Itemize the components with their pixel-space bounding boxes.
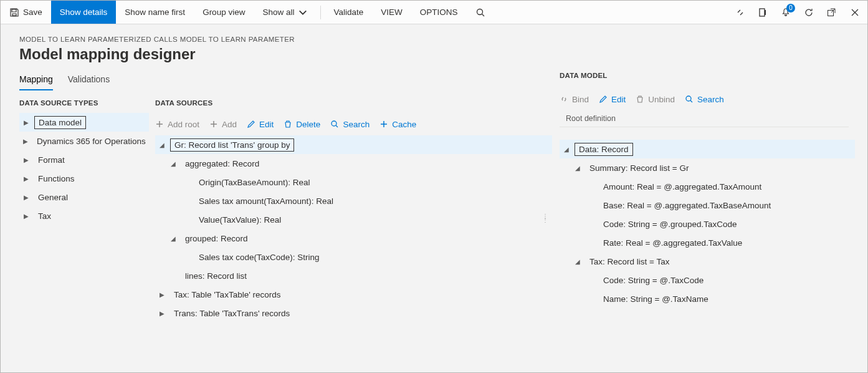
ds-salestax-amount[interactable]: Sales tax amount(TaxAmount): Real — [155, 191, 552, 210]
btn-label: Unbind — [648, 95, 675, 104]
show-all-dropdown[interactable]: Show all — [254, 1, 317, 24]
list-item-label: Format — [34, 154, 69, 166]
dm-base[interactable]: Base: Real = @.aggregated.TaxBaseAmount — [560, 196, 855, 215]
popout-icon — [826, 7, 836, 17]
view-menu[interactable]: VIEW — [372, 1, 411, 24]
data-sources-pane: DATA SOURCES Add root Add Edit Delete — [149, 90, 552, 372]
ds-aggregated[interactable]: ◢aggregated: Record — [155, 154, 552, 173]
search-button[interactable] — [467, 1, 494, 24]
svg-point-0 — [477, 9, 482, 14]
dm-edit-button[interactable]: Edit — [599, 95, 626, 104]
show-name-first-label: Show name first — [125, 7, 185, 17]
dm-tax[interactable]: ◢Tax: Record list = Tax — [560, 252, 855, 271]
add-root-button[interactable]: Add root — [155, 120, 199, 129]
data-model-pane: DATA MODEL Bind Edit Unbind Search — [552, 90, 867, 372]
add-button[interactable]: Add — [209, 120, 237, 129]
save-button[interactable]: Save — [1, 1, 51, 24]
tree-label: Tax: Table 'TaxTable' records — [170, 289, 285, 301]
dm-rate[interactable]: Rate: Real = @.aggregated.TaxValue — [560, 233, 855, 252]
dm-code[interactable]: Code: String = @.grouped.TaxCode — [560, 215, 855, 233]
chevron-down-icon: ◢ — [563, 146, 570, 153]
show-details-button[interactable]: Show details — [51, 1, 117, 24]
close-icon-button[interactable] — [842, 1, 867, 24]
show-name-first-button[interactable]: Show name first — [116, 1, 194, 24]
tree-label: Origin(TaxBaseAmount): Real — [195, 177, 314, 188]
data-model-tree: ◢Data: Record ◢Summary: Record list = Gr… — [560, 140, 855, 308]
close-icon — [850, 7, 860, 17]
pencil-icon — [599, 95, 608, 104]
dst-format[interactable]: ▶Format — [19, 150, 149, 169]
dst-functions[interactable]: ▶Functions — [19, 169, 149, 188]
trash-icon — [284, 120, 292, 128]
svg-line-6 — [336, 125, 338, 127]
data-sources-tree: ◢Gr: Record list 'Trans' group by ◢aggre… — [149, 135, 552, 322]
office-icon-button[interactable] — [751, 1, 774, 24]
list-item-label: Tax — [34, 210, 55, 222]
dm-summary[interactable]: ◢Summary: Record list = Gr — [560, 158, 855, 177]
header-zone: MODEL TO LEARN PARAMETERIZED CALLS MODEL… — [1, 24, 867, 90]
save-icon — [9, 7, 19, 17]
search-icon — [330, 120, 339, 128]
data-sources-header: DATA SOURCES — [149, 99, 552, 107]
dst-d365fo[interactable]: ▶Dynamics 365 for Operations — [19, 132, 149, 150]
chevron-right-icon: ▶ — [23, 119, 29, 126]
validate-button[interactable]: Validate — [325, 1, 372, 24]
cache-button[interactable]: Cache — [379, 120, 416, 129]
refresh-icon — [804, 7, 814, 17]
ds-salestax-code[interactable]: Sales tax code(TaxCode): String — [155, 248, 552, 266]
page-title: Model mapping designer — [19, 46, 849, 63]
svg-point-7 — [686, 96, 691, 101]
chevron-right-icon: ▶ — [159, 310, 165, 317]
btn-label: Cache — [392, 120, 416, 129]
dst-general[interactable]: ▶General — [19, 188, 149, 206]
group-view-button[interactable]: Group view — [194, 1, 254, 24]
tree-label: lines: Record list — [181, 270, 250, 282]
dst-tax[interactable]: ▶Tax — [19, 206, 149, 225]
drag-handle-icon[interactable]: ⋮⋮ — [542, 215, 548, 221]
ds-origin[interactable]: Origin(TaxBaseAmount): Real — [155, 173, 552, 191]
tab-validations[interactable]: Validations — [68, 70, 110, 90]
divider — [320, 6, 321, 19]
options-menu[interactable]: OPTIONS — [411, 1, 467, 24]
dm-tax-name[interactable]: Name: String = @.TaxName — [560, 289, 855, 308]
tree-label: Sales tax amount(TaxAmount): Real — [195, 195, 337, 207]
show-details-label: Show details — [60, 7, 108, 17]
btn-label: Bind — [572, 95, 589, 104]
view-label: VIEW — [381, 7, 403, 17]
ds-lines[interactable]: lines: Record list — [155, 266, 552, 285]
tab-mapping[interactable]: Mapping — [19, 70, 53, 90]
tree-label: Amount: Real = @.aggregated.TaxAmount — [599, 181, 765, 193]
dm-amount[interactable]: Amount: Real = @.aggregated.TaxAmount — [560, 177, 855, 196]
link-icon-button[interactable] — [729, 1, 751, 24]
dst-data-model[interactable]: ▶Data model — [19, 113, 149, 132]
dm-data[interactable]: ◢Data: Record — [560, 140, 855, 158]
dm-search-button[interactable]: Search — [685, 95, 724, 104]
pencil-icon — [247, 120, 255, 128]
bell-icon-button[interactable]: 0 — [774, 1, 798, 24]
edit-button[interactable]: Edit — [247, 120, 274, 129]
ds-trans[interactable]: ▶Trans: Table 'TaxTrans' records — [155, 304, 552, 322]
ds-tax[interactable]: ▶Tax: Table 'TaxTable' records — [155, 285, 552, 304]
ds-search-button[interactable]: Search — [330, 120, 370, 129]
link-icon — [735, 7, 745, 17]
tree-label: Tax: Record list = Tax — [586, 256, 673, 268]
ds-gr[interactable]: ◢Gr: Record list 'Trans' group by — [155, 135, 552, 154]
ds-grouped[interactable]: ◢grouped: Record — [155, 229, 552, 248]
breadcrumb: MODEL TO LEARN PARAMETERIZED CALLS MODEL… — [19, 36, 849, 43]
dm-tax-code[interactable]: Code: String = @.TaxCode — [560, 271, 855, 289]
bind-button[interactable]: Bind — [560, 95, 589, 104]
link-icon — [560, 95, 568, 104]
refresh-icon-button[interactable] — [798, 1, 820, 24]
popout-icon-button[interactable] — [820, 1, 842, 24]
ds-value[interactable]: Value(TaxValue): Real — [155, 210, 552, 229]
tab-mapping-label: Mapping — [19, 74, 53, 84]
unbind-button[interactable]: Unbind — [636, 95, 675, 104]
chevron-down-icon: ◢ — [170, 160, 176, 167]
search-icon — [685, 95, 694, 104]
chevron-right-icon: ▶ — [23, 175, 29, 182]
chevron-down-icon: ◢ — [575, 165, 581, 172]
svg-line-1 — [482, 14, 484, 16]
delete-button[interactable]: Delete — [284, 120, 320, 129]
list-item-label: Dynamics 365 for Operations — [33, 135, 150, 147]
show-all-label: Show all — [262, 7, 294, 17]
